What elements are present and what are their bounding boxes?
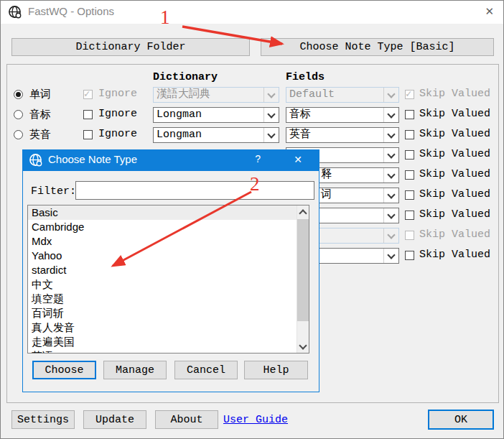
chevron-down-icon[interactable] (383, 188, 398, 203)
fields-combobox: Default (286, 87, 399, 103)
skip-valued-checkbox[interactable] (405, 150, 414, 160)
settings-button[interactable]: Settings (11, 410, 75, 429)
chevron-down-icon[interactable] (263, 108, 279, 122)
row-word-label: 音标 (29, 108, 51, 121)
dictionary-combobox[interactable]: Longman (153, 127, 279, 143)
choose-button[interactable]: Choose (32, 361, 96, 379)
window-close-icon[interactable]: ✕ (485, 6, 494, 17)
skip-valued-label: Skip Valued (419, 108, 490, 120)
skip-valued-label: Skip Valued (419, 148, 490, 160)
chevron-down-icon[interactable] (383, 208, 398, 223)
dialog-globe-icon (29, 153, 43, 167)
scroll-down-icon[interactable] (297, 341, 309, 353)
scroll-up-icon[interactable] (297, 205, 309, 218)
row-word-label: 单词 (29, 88, 51, 101)
scrollbar-thumb[interactable] (297, 219, 309, 321)
fields-combobox[interactable]: 英音 (286, 127, 399, 143)
about-button[interactable]: About (155, 410, 218, 429)
dialog-close-icon[interactable]: ✕ (294, 154, 302, 165)
word-radio[interactable] (14, 110, 23, 119)
list-item[interactable]: 走遍美国 (28, 335, 309, 349)
choose-note-type-button[interactable]: Choose Note Type [Basic] (261, 38, 494, 56)
list-item[interactable]: stardict (28, 263, 309, 277)
chevron-down-icon[interactable] (263, 128, 279, 142)
dictionary-folder-button[interactable]: Dictionary Folder (11, 38, 250, 56)
note-type-list: Basic Cambridge Mdx Yahoo stardict 中文 填空… (27, 205, 309, 353)
cancel-button[interactable]: Cancel (174, 361, 238, 379)
ignore-label: Ignore (98, 88, 137, 100)
list-item[interactable]: Cambridge (28, 220, 309, 234)
list-item[interactable]: 填空题 (28, 292, 309, 306)
dialog-title: Choose Note Type (48, 153, 137, 165)
skip-valued-checkbox (405, 231, 414, 240)
chevron-down-icon[interactable] (383, 128, 398, 142)
list-scrollbar[interactable] (297, 205, 309, 353)
ignore-checkbox[interactable] (83, 110, 93, 119)
chevron-down-icon[interactable] (383, 249, 398, 263)
skip-valued-label: Skip Valued (419, 168, 490, 180)
table-row: 英音 Ignore Longman 英音 Skip Valued (1, 125, 504, 145)
user-guide-link[interactable]: User Guide (223, 414, 288, 426)
list-item[interactable]: Yahoo (28, 249, 309, 263)
dialog-titlebar: Choose Note Type ? ✕ (22, 149, 319, 171)
ignore-label: Ignore (98, 128, 137, 140)
list-item[interactable]: 英语 (28, 349, 309, 353)
word-radio[interactable] (14, 130, 23, 139)
ignore-label: Ignore (98, 108, 137, 120)
chevron-down-icon[interactable] (383, 108, 398, 122)
chevron-down-icon (383, 88, 398, 102)
help-button[interactable]: Help (244, 361, 308, 379)
chevron-down-icon[interactable] (383, 148, 398, 162)
skip-valued-label: Skip Valued (419, 228, 490, 241)
skip-valued-checkbox[interactable] (405, 130, 414, 139)
skip-valued-checkbox[interactable] (405, 190, 414, 200)
fastwq-options-window: FastWQ - Options ✕ Dictionary Folder Cho… (0, 0, 504, 439)
table-row: 单词 Ignore 漢語大詞典 Default Skip Valued (1, 85, 504, 105)
dictionary-combobox: 漢語大詞典 (153, 87, 279, 103)
skip-valued-checkbox[interactable] (405, 170, 414, 180)
list-item[interactable]: 中文 (28, 277, 309, 292)
skip-valued-checkbox[interactable] (405, 251, 414, 260)
filter-input[interactable] (75, 181, 314, 200)
row-word-label: 英音 (29, 128, 51, 142)
list-item[interactable]: Basic (28, 205, 309, 220)
fields-combobox[interactable]: 音标 (286, 107, 399, 123)
ignore-checkbox[interactable] (83, 130, 93, 139)
skip-valued-checkbox[interactable] (405, 211, 414, 220)
skip-valued-label: Skip Valued (419, 88, 490, 100)
chevron-down-icon (263, 88, 279, 102)
choose-note-type-dialog: Choose Note Type ? ✕ Filter: Basic Cambr… (22, 149, 319, 392)
fields-column-header: Fields (286, 71, 325, 83)
fastwq-globe-icon (8, 5, 22, 19)
table-row: 音标 Ignore Longman 音标 Skip Valued (1, 105, 504, 125)
dialog-help-icon[interactable]: ? (255, 153, 261, 165)
list-item[interactable]: 百词斩 (28, 306, 309, 320)
chevron-down-icon (383, 228, 398, 243)
list-item[interactable]: 真人发音 (28, 320, 309, 335)
skip-valued-label: Skip Valued (419, 128, 490, 140)
update-button[interactable]: Update (83, 410, 146, 429)
ignore-checkbox (83, 90, 93, 99)
chevron-down-icon[interactable] (383, 168, 398, 182)
manage-button[interactable]: Manage (103, 361, 167, 379)
ok-button[interactable]: OK (428, 410, 494, 430)
window-titlebar: FastWQ - Options ✕ (1, 1, 503, 24)
word-radio[interactable] (14, 90, 23, 99)
skip-valued-label: Skip Valued (419, 249, 490, 261)
dictionary-column-header: Dictionary (153, 71, 218, 83)
window-title: FastWQ - Options (28, 5, 114, 17)
list-item[interactable]: Mdx (28, 234, 309, 249)
skip-valued-checkbox (405, 90, 414, 99)
dictionary-combobox[interactable]: Longman (153, 107, 279, 123)
skip-valued-checkbox[interactable] (405, 110, 414, 119)
skip-valued-label: Skip Valued (419, 188, 490, 200)
skip-valued-label: Skip Valued (419, 208, 490, 221)
filter-label: Filter: (31, 185, 76, 198)
